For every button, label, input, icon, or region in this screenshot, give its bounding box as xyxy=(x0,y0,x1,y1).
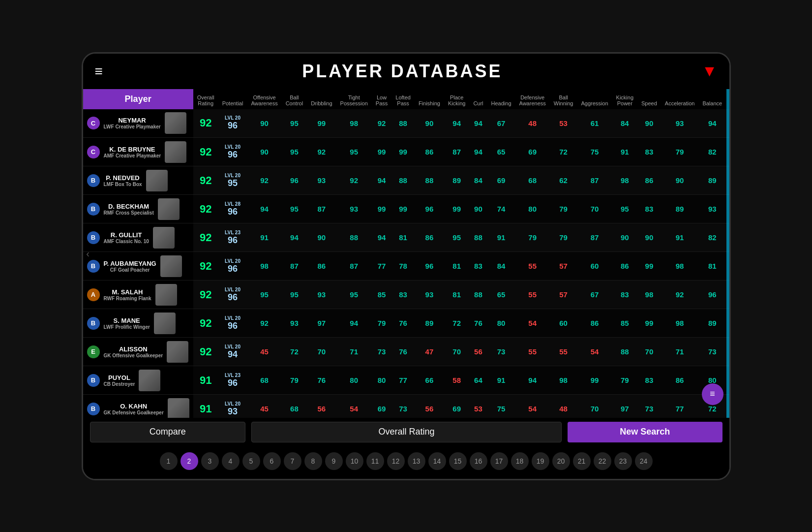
page-button-6[interactable]: 6 xyxy=(263,452,281,470)
player-stat: 88 xyxy=(612,338,637,366)
player-stat: 99 xyxy=(577,366,612,395)
player-badge: B xyxy=(87,317,100,330)
lofted-pass-header: LoftedPass xyxy=(391,89,415,109)
player-stat: 79 xyxy=(612,366,637,395)
player-stat: 93 xyxy=(698,195,726,223)
table-row[interactable]: BPUYOLCB Destroyer91LVL 2396687976808077… xyxy=(83,366,729,395)
page-button-16[interactable]: 16 xyxy=(470,452,487,470)
player-overall: 92 xyxy=(193,166,218,195)
player-badge: B xyxy=(87,260,100,273)
table-row[interactable]: BR. GULLITAMF Classic No. 1092LVL 239691… xyxy=(83,223,729,252)
table-row[interactable]: CNEYMARLWF Creative Playmaker92LVL 20969… xyxy=(83,109,729,138)
player-stat: 83 xyxy=(637,195,661,223)
player-stat: 98 xyxy=(550,366,577,395)
player-stat: 54 xyxy=(515,395,550,418)
player-badge: B xyxy=(87,203,100,216)
page-button-18[interactable]: 18 xyxy=(511,452,529,470)
menu-icon[interactable]: ≡ xyxy=(95,64,103,78)
new-search-button[interactable]: New Search xyxy=(568,422,722,442)
player-potential: LVL 2896 xyxy=(218,195,247,223)
table-row[interactable]: BP. AUBAMEYANGCF Goal Poacher92LVL 20969… xyxy=(83,252,729,281)
offensive-awareness-header: OffensiveAwareness xyxy=(247,89,281,109)
player-stat: 81 xyxy=(444,252,469,281)
page-button-3[interactable]: 3 xyxy=(201,452,219,470)
page-button-20[interactable]: 20 xyxy=(552,452,570,470)
page-button-11[interactable]: 11 xyxy=(366,452,384,470)
player-badge: C xyxy=(87,146,100,158)
player-stat: 93 xyxy=(336,195,372,223)
page-button-15[interactable]: 15 xyxy=(449,452,467,470)
page-button-7[interactable]: 7 xyxy=(284,452,301,470)
table-row[interactable]: BD. BECKHAMRMF Cross Specialist92LVL 289… xyxy=(83,195,729,223)
table-row[interactable]: AM. SALAHRWF Roaming Flank92LVL 20969595… xyxy=(83,281,729,309)
player-avatar xyxy=(165,112,186,134)
page-button-13[interactable]: 13 xyxy=(408,452,425,470)
page-button-17[interactable]: 17 xyxy=(490,452,508,470)
page-button-23[interactable]: 23 xyxy=(614,452,632,470)
player-stat: 98 xyxy=(661,252,699,281)
player-stat: 96 xyxy=(415,252,444,281)
player-avatar xyxy=(146,170,168,191)
player-stat: 90 xyxy=(247,138,281,166)
left-arrow-icon[interactable]: ‹ xyxy=(83,248,93,259)
player-stat: 89 xyxy=(444,166,469,195)
player-stat: 99 xyxy=(372,138,391,166)
page-button-14[interactable]: 14 xyxy=(428,452,446,470)
player-stat: 84 xyxy=(469,166,487,195)
player-stat: 94 xyxy=(247,195,281,223)
player-avatar xyxy=(158,198,180,220)
player-name: M. SALAH xyxy=(104,288,151,296)
player-stat: 87 xyxy=(282,252,307,281)
table-row[interactable]: BS. MANELWF Prolific Winger92LVL 2096929… xyxy=(83,309,729,338)
download-icon[interactable]: ▼ xyxy=(702,62,718,80)
player-stat: 94 xyxy=(282,223,307,252)
page-button-1[interactable]: 1 xyxy=(160,452,178,470)
player-stat: 89 xyxy=(698,166,726,195)
player-stat: 79 xyxy=(515,223,550,252)
player-stat: 91 xyxy=(612,138,637,166)
player-stat: 60 xyxy=(550,309,577,338)
player-potential: LVL 2094 xyxy=(218,338,247,366)
page-button-21[interactable]: 21 xyxy=(573,452,591,470)
page-button-9[interactable]: 9 xyxy=(325,452,343,470)
page-button-8[interactable]: 8 xyxy=(304,452,322,470)
table-row[interactable]: CK. DE BRUYNEAMF Creative Playmaker92LVL… xyxy=(83,138,729,166)
table-row[interactable]: BP. NEDVEDLMF Box To Box92LVL 2095929693… xyxy=(83,166,729,195)
page-button-22[interactable]: 22 xyxy=(594,452,611,470)
player-stat: 45 xyxy=(247,338,281,366)
player-stat: 86 xyxy=(661,366,699,395)
player-name: R. GULLIT xyxy=(104,231,149,239)
overall-rating-header: OverallRating xyxy=(193,89,218,109)
table-row[interactable]: EALISSONGK Offensive Goalkeeper92LVL 209… xyxy=(83,338,729,366)
player-stat: 69 xyxy=(487,166,515,195)
player-avatar xyxy=(154,313,176,334)
player-stat: 70 xyxy=(307,338,336,366)
player-stat: 78 xyxy=(391,252,415,281)
player-stat: 88 xyxy=(336,223,372,252)
player-stat: 99 xyxy=(637,309,661,338)
player-stat: 80 xyxy=(487,309,515,338)
player-stat: 85 xyxy=(612,309,637,338)
compare-button[interactable]: Compare xyxy=(90,422,246,442)
player-stat: 98 xyxy=(247,252,281,281)
table-row[interactable]: BO. KAHNGK Defensive Goalkeeper91LVL 209… xyxy=(83,395,729,418)
player-position-role: AMF Creative Playmaker xyxy=(104,153,161,158)
page-button-2[interactable]: 2 xyxy=(180,452,198,470)
player-stat: 88 xyxy=(391,109,415,138)
overall-rating-button[interactable]: Overall Rating xyxy=(251,422,562,442)
player-stat: 87 xyxy=(577,223,612,252)
page-button-4[interactable]: 4 xyxy=(222,452,240,470)
page-button-10[interactable]: 10 xyxy=(346,452,363,470)
player-stat: 95 xyxy=(247,281,281,309)
player-stat: 84 xyxy=(612,109,637,138)
dribbling-header: Dribbling xyxy=(307,89,336,109)
page-button-19[interactable]: 19 xyxy=(532,452,549,470)
player-stat: 65 xyxy=(487,138,515,166)
floating-menu-button[interactable]: ≡ xyxy=(702,383,723,405)
player-name: K. DE BRUYNE xyxy=(104,146,161,153)
player-avatar xyxy=(160,255,182,277)
player-position-role: CF Goal Poacher xyxy=(104,267,156,273)
page-button-12[interactable]: 12 xyxy=(387,452,405,470)
page-button-24[interactable]: 24 xyxy=(635,452,653,470)
page-button-5[interactable]: 5 xyxy=(242,452,260,470)
